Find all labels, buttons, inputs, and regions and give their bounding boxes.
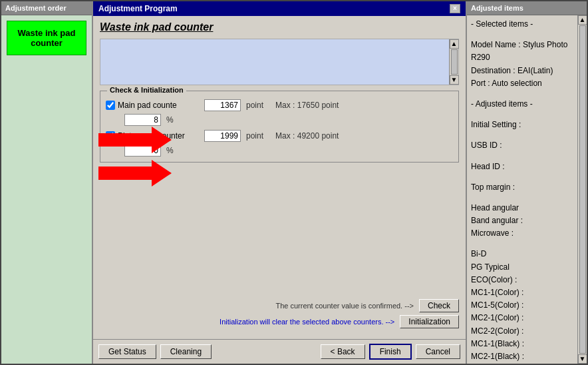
right-panel-item: [471, 111, 583, 119]
right-scroll-down[interactable]: ▼: [578, 354, 587, 364]
right-panel-item: Head angular: [471, 202, 583, 214]
middle-panel: Adjustment Program × Waste ink pad count…: [93, 1, 467, 364]
right-panel-title: Adjusted items: [467, 1, 587, 15]
waste-ink-pad-counter-item[interactable]: Waste ink pad counter: [7, 21, 86, 55]
titlebar: Adjustment Program ×: [93, 1, 466, 16]
main-pad-percent-row: %: [124, 114, 453, 126]
right-panel-item: - Selected items -: [471, 18, 583, 31]
main-pad-label: Main pad counte: [118, 101, 177, 110]
middle-content: Waste ink pad counter ▲ ▼ Check & Initia…: [93, 16, 466, 339]
get-status-button[interactable]: Get Status: [98, 344, 156, 359]
right-panel-item: Port : Auto selection: [471, 77, 583, 90]
bottom-bar: Get Status Cleaning < Back Finish Cancel: [93, 339, 466, 364]
scroll-up[interactable]: ▲: [450, 39, 459, 49]
right-panel-item: Destination : EAI(Latin): [471, 65, 583, 77]
main-pad-percent-value[interactable]: [124, 114, 161, 126]
right-panel-item: Model Name : Stylus Photo R290: [471, 39, 583, 64]
right-panel-item: USB ID :: [471, 139, 583, 152]
right-panel-item: MC1-1(Color) :: [471, 286, 583, 299]
platen-pad-label: Platen pad counter: [118, 131, 185, 141]
right-panel: Adjusted items - Selected items -Model N…: [467, 1, 587, 364]
confirm-row: The current counter value is confirmed. …: [100, 299, 459, 312]
platen-pad-checkbox-label: Platen pad counter: [106, 131, 199, 141]
platen-pad-percent-value[interactable]: [124, 145, 161, 157]
right-panel-item: [471, 131, 583, 139]
platen-pad-value[interactable]: [204, 130, 241, 142]
main-pad-unit: point: [246, 101, 263, 110]
info-scrollbar: ▲ ▼: [449, 39, 458, 85]
right-panel-item: Microwave :: [471, 227, 583, 240]
cleaning-button[interactable]: Cleaning: [160, 344, 212, 359]
right-panel-item: ECO(Color) :: [471, 274, 583, 286]
check-button[interactable]: Check: [419, 299, 459, 312]
right-scroll-up[interactable]: ▲: [578, 15, 587, 25]
finish-button[interactable]: Finish: [369, 344, 412, 360]
right-panel-item: MC2-1(Color) :: [471, 312, 583, 324]
right-panel-content: - Selected items -Model Name : Stylus Ph…: [467, 15, 587, 364]
right-scrollbar: ▲ ▼: [577, 15, 587, 364]
main-pad-percent-unit: %: [166, 115, 174, 125]
titlebar-label: Adjustment Program: [98, 4, 178, 13]
bottom-messages: The current counter value is confirmed. …: [100, 296, 459, 334]
platen-pad-max: Max : 49200 point: [275, 131, 339, 141]
right-panel-item: [471, 31, 583, 39]
back-button[interactable]: < Back: [321, 344, 365, 359]
left-panel-title: Adjustment order: [1, 1, 92, 15]
main-pad-value[interactable]: [204, 99, 241, 111]
main-pad-checkbox-label: Main pad counte: [106, 101, 199, 110]
right-panel-item: Bi-D: [471, 248, 583, 260]
right-panel-item: [471, 90, 583, 98]
right-panel-item: [471, 153, 583, 161]
platen-pad-unit: point: [246, 131, 263, 141]
right-panel-item: - Adjusted items -: [471, 98, 583, 111]
right-panel-item: PG Typical: [471, 261, 583, 274]
section-legend: Check & Initialization: [107, 86, 186, 94]
platen-pad-row: Platen pad counter point Max : 49200 poi…: [106, 130, 453, 142]
confirm-message: The current counter value is confirmed. …: [275, 302, 414, 310]
main-pad-checkbox[interactable]: [106, 101, 115, 110]
left-panel: Adjustment order Waste ink pad counter: [1, 1, 93, 364]
right-panel-item: MC2-1(Black) :: [471, 350, 583, 363]
init-row: Initialization will clear the selected a…: [100, 315, 459, 328]
program-title: Waste ink pad counter: [100, 21, 459, 33]
right-panel-item: Head ID :: [471, 161, 583, 173]
platen-pad-percent-unit: %: [166, 146, 174, 155]
right-panel-item: MC1-1(Black) :: [471, 338, 583, 350]
info-display-box: ▲ ▼: [100, 39, 459, 85]
right-panel-item: MC2-2(Color) :: [471, 325, 583, 338]
cancel-button[interactable]: Cancel: [416, 344, 460, 359]
right-panel-item: PG -: [471, 363, 583, 364]
right-panel-item: Initial Setting :: [471, 119, 583, 131]
right-panel-item: [471, 240, 583, 248]
platen-pad-checkbox[interactable]: [106, 131, 115, 141]
init-message: Initialization will clear the selected a…: [220, 318, 394, 326]
right-panel-item: Band angular :: [471, 214, 583, 227]
right-panel-item: [471, 194, 583, 202]
close-button[interactable]: ×: [450, 4, 460, 13]
right-panel-item: Top margin :: [471, 181, 583, 194]
main-pad-max: Max : 17650 point: [275, 101, 339, 110]
right-panel-item: MC1-5(Color) :: [471, 299, 583, 312]
main-pad-row: Main pad counte point Max : 17650 point: [106, 99, 453, 111]
scroll-down[interactable]: ▼: [450, 75, 459, 85]
right-panel-item: [471, 173, 583, 181]
adjusted-items-list: - Selected items -Model Name : Stylus Ph…: [471, 18, 583, 364]
platen-pad-percent-row: %: [124, 145, 453, 157]
initialization-button[interactable]: Initialization: [400, 315, 459, 328]
check-init-section: Check & Initialization Main pad counte p…: [100, 91, 459, 163]
